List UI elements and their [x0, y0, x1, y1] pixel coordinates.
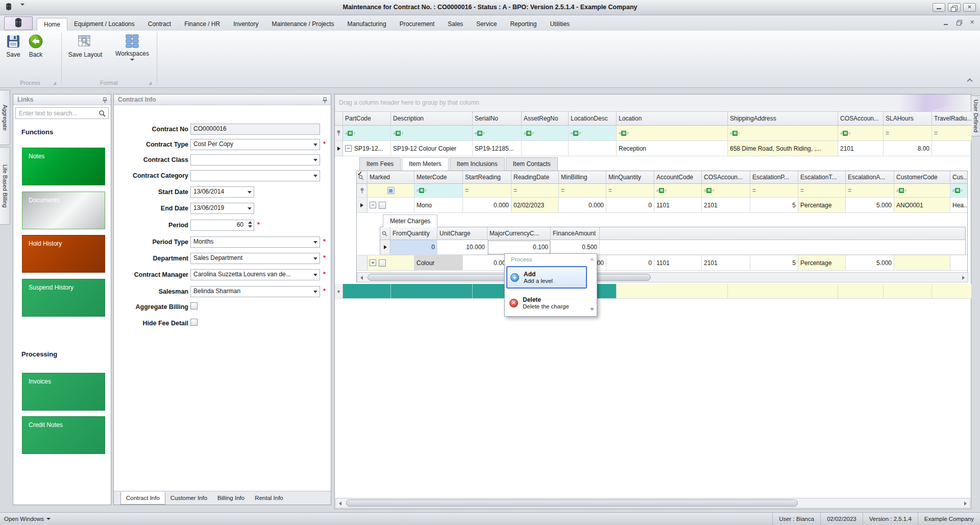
cell-cosaccount[interactable]: 2101: [702, 198, 750, 213]
column-header-escalationt[interactable]: EscalationT...: [798, 171, 846, 184]
column-header-minquantity[interactable]: MinQuantity: [606, 171, 654, 184]
menu-item-delete[interactable]: Delete Delete the charge: [506, 292, 587, 314]
links-search-input[interactable]: [16, 108, 108, 118]
filter-cell-location[interactable]: aBc: [617, 126, 728, 141]
side-tab-aggregate[interactable]: Aggregate: [0, 90, 10, 145]
end-date-picker[interactable]: 13/06/2019: [190, 203, 254, 214]
cell-minquantity[interactable]: 0: [606, 198, 654, 213]
ribbon-tab-sales[interactable]: Sales: [441, 18, 470, 31]
cell-accountcode[interactable]: 1101: [654, 198, 702, 213]
scrollbar-thumb[interactable]: [346, 499, 798, 507]
suspend-history-button[interactable]: Suspend History: [22, 279, 105, 317]
contract-manager-select[interactable]: Carolina Suzzetta Lourens van de...: [190, 269, 320, 280]
column-header-customercode[interactable]: CustomerCode: [894, 171, 950, 184]
column-header-accountcode[interactable]: AccountCode: [654, 171, 702, 184]
column-header-readingdate[interactable]: ReadingDate: [511, 171, 559, 184]
menu-scroll-up-icon[interactable]: [590, 257, 594, 260]
collapse-detail-icon[interactable]: [370, 202, 376, 208]
filter-cell-partcode[interactable]: aBc: [343, 126, 391, 141]
filter-cell-cosaccount[interactable]: aBc: [838, 126, 884, 141]
search-icon[interactable]: [99, 110, 106, 118]
cell-unitcharge[interactable]: 10.000: [437, 240, 487, 255]
cell-partcode[interactable]: SP19-12...: [343, 141, 391, 156]
column-header-partcode[interactable]: PartCode: [343, 112, 391, 126]
tab-contract-info[interactable]: Contract Info: [120, 492, 165, 505]
cell-cus[interactable]: Hea...: [950, 198, 967, 213]
pin-icon[interactable]: [322, 97, 328, 107]
column-header-marked[interactable]: Marked: [368, 171, 414, 184]
cell-cosaccount[interactable]: 2101: [702, 255, 750, 271]
column-header-unitcharge[interactable]: UnitCharge: [437, 227, 487, 240]
workspaces-button[interactable]: Workspaces: [110, 34, 154, 61]
new-cell-cosaccount[interactable]: [838, 284, 884, 299]
cell-marked[interactable]: [368, 255, 414, 271]
cell-shippingaddress[interactable]: 658 Dime Road, South Riding, ,...: [728, 141, 838, 156]
department-select[interactable]: Sales Department: [190, 253, 320, 264]
hide-fee-detail-checkbox[interactable]: [190, 319, 198, 326]
filter-cell-locationdesc[interactable]: aBc: [569, 126, 617, 141]
column-header-metercode[interactable]: MeterCode: [414, 171, 463, 184]
ribbon-tab-home[interactable]: Home: [37, 18, 67, 31]
column-header-travelradius[interactable]: TravelRadiu...: [932, 112, 971, 126]
new-cell-slahours[interactable]: [884, 284, 932, 299]
cell-minquantity[interactable]: 0: [606, 255, 654, 271]
column-header-shippingaddress[interactable]: ShippingAddress: [728, 112, 838, 126]
cell-customercode[interactable]: [894, 255, 950, 271]
cell-location[interactable]: Reception: [617, 141, 728, 156]
scroll-left-icon[interactable]: [360, 276, 363, 280]
filter-cell-serialno[interactable]: aBc: [473, 126, 522, 141]
column-header-serialno[interactable]: SerialNo: [473, 112, 522, 126]
cell-escalationp[interactable]: 5: [750, 255, 798, 271]
period-stepper[interactable]: 60: [190, 220, 254, 231]
tab-customer-info[interactable]: Customer Info: [165, 492, 212, 505]
cell-slahours[interactable]: 8.00: [884, 141, 932, 156]
meter-row-colour[interactable]: Colour 0.000 0.000 0 1101 2101 5 Percent…: [357, 255, 967, 271]
filter-cell-readingdate[interactable]: =: [511, 184, 559, 198]
process-group-launcher-icon[interactable]: [53, 82, 56, 85]
column-header-escalationp[interactable]: EscalationP...: [750, 171, 798, 184]
meters-grid-scrollbar[interactable]: [357, 272, 968, 282]
side-tab-life-based-billing[interactable]: Life Based Billing: [0, 147, 10, 225]
scroll-left-icon[interactable]: [339, 502, 341, 506]
meter-row-mono[interactable]: Mono 0.000 02/02/2023 0.000 0 1101 2101 …: [357, 198, 967, 213]
back-button[interactable]: Back: [26, 34, 46, 58]
notes-button[interactable]: Notes: [22, 148, 105, 185]
filter-pin-icon[interactable]: [335, 126, 343, 141]
cell-marked[interactable]: [368, 198, 414, 213]
filter-cell-cus[interactable]: aBc: [950, 184, 967, 198]
format-group-launcher-icon[interactable]: [149, 82, 152, 85]
menu-item-add[interactable]: Add Add a level: [506, 266, 587, 289]
documents-button[interactable]: Documents: [22, 192, 105, 229]
spinner-icons[interactable]: [248, 221, 252, 228]
column-header-startreading[interactable]: StartReading: [463, 171, 511, 184]
expand-detail-icon[interactable]: [370, 259, 376, 266]
cell-escalationp[interactable]: 5: [750, 198, 798, 213]
filter-cell-customercode[interactable]: aBc: [894, 184, 950, 198]
equipment-row[interactable]: SP19-12... SP19-12 Colour Copier SP19-12…: [335, 141, 971, 156]
cell-metercode[interactable]: Mono: [414, 198, 463, 213]
minimize-button[interactable]: [933, 3, 945, 12]
ribbon-tab-manufacturing[interactable]: Manufacturing: [341, 18, 393, 31]
mdi-minimize-button[interactable]: [943, 19, 949, 26]
column-header-escalationa[interactable]: EscalationA...: [846, 171, 894, 184]
filter-cell-minquantity[interactable]: =: [606, 184, 654, 198]
filter-cell-escalationa[interactable]: =: [846, 184, 894, 198]
cell-locationdesc[interactable]: [569, 141, 617, 156]
column-header-locationdesc[interactable]: LocationDesc: [569, 112, 617, 126]
salesman-select[interactable]: Belinda Sharman: [190, 286, 320, 297]
cell-escalationt[interactable]: Percentage: [798, 198, 846, 213]
tab-rental-info[interactable]: Rental Info: [250, 492, 288, 505]
marked-checkbox[interactable]: [379, 202, 386, 209]
cell-metercode[interactable]: Colour: [414, 255, 463, 271]
filter-cell-description[interactable]: aBc: [391, 126, 473, 141]
filter-cell-shippingaddress[interactable]: aBc: [728, 126, 838, 141]
ribbon-tab-service[interactable]: Service: [470, 18, 503, 31]
credit-notes-button[interactable]: Credit Notes: [22, 416, 105, 454]
filter-cell-startreading[interactable]: =: [463, 184, 511, 198]
new-cell-location[interactable]: [617, 284, 728, 299]
side-tab-user-defined[interactable]: User Defined: [971, 96, 980, 136]
invoices-button[interactable]: Invoices: [22, 373, 105, 411]
ribbon-tab-finance-hr[interactable]: Finance / HR: [178, 18, 227, 31]
cell-accountcode[interactable]: 1101: [654, 255, 702, 271]
cell-cosaccount[interactable]: 2101: [838, 141, 884, 156]
